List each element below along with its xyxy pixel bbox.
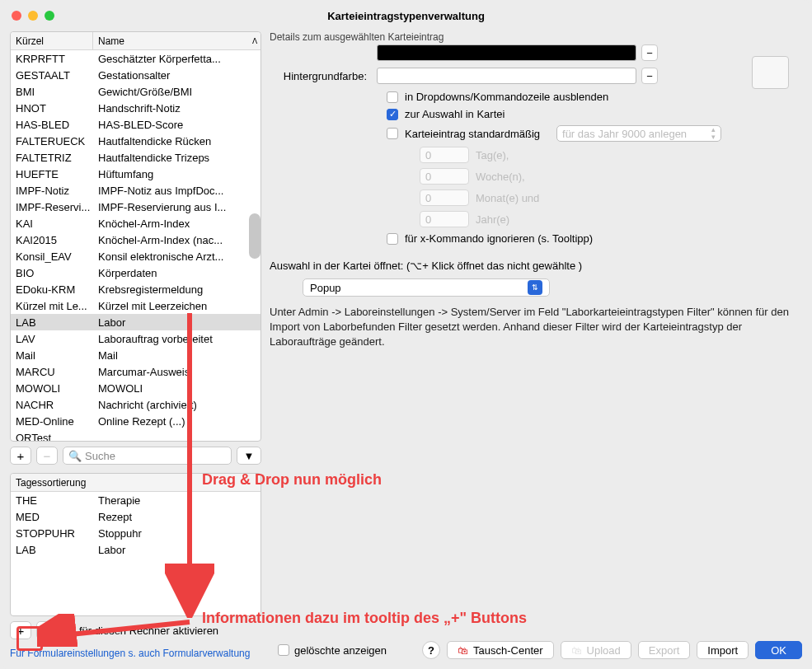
table-row[interactable]: FALTERUECKHautfaltendicke Rücken — [11, 133, 260, 149]
bgcolor-label: Hintergrundfarbe: — [270, 70, 377, 82]
text-color-input[interactable] — [377, 44, 636, 61]
table-row[interactable]: KAIKnöchel-Arm-Index — [11, 215, 260, 232]
open-behavior-select[interactable]: Popup ⇅ — [303, 278, 550, 297]
sort-add-button[interactable]: + — [10, 621, 31, 639]
select-kartei-checkbox[interactable] — [387, 109, 398, 120]
search-input[interactable]: 🔍 Suche — [63, 447, 232, 465]
list-options-button[interactable]: ▼ — [237, 447, 261, 465]
select-kartei-label: zur Auswahl in Kartei — [405, 108, 505, 120]
table-row[interactable]: LABLabor — [11, 314, 260, 330]
sort-remove-button[interactable]: − — [36, 621, 58, 639]
tag-input[interactable]: 0 — [420, 147, 469, 163]
updown-icon: ⇅ — [528, 280, 542, 295]
table-row[interactable]: FALTETRIZHautfaltendicke Trizeps — [11, 149, 260, 166]
table-row[interactable]: ORTest — [11, 429, 260, 441]
opens-label: Auswahl in der Kartei öffnet: (⌥+ Klick … — [270, 260, 802, 272]
sort-row[interactable]: STOPPUHRStoppuhr — [11, 525, 260, 541]
woche-input[interactable]: 0 — [420, 168, 469, 185]
year-select[interactable]: für das Jahr 9000 anlegen ▴▾ — [556, 125, 721, 142]
table-row[interactable]: Konsil_EAVKonsil elektronische Arzt... — [11, 248, 260, 264]
sort-row[interactable]: MEDRezept — [11, 508, 260, 525]
window: Karteieintragstypenverwaltung Kürzel Nam… — [0, 0, 812, 669]
sort-indicator-icon: ᐱ — [252, 37, 257, 45]
add-type-button[interactable]: + — [10, 447, 31, 465]
ignore-label: für x-Kommando ignorieren (s. Tooltipp) — [405, 232, 593, 245]
tausch-center-button[interactable]: 🛍 Tausch-Center — [447, 641, 554, 659]
jahr-label: Jahr(e) — [476, 213, 509, 226]
table-row[interactable]: HAS-BLEDHAS-BLED-Score — [11, 116, 260, 133]
table-row[interactable]: MailMail — [11, 347, 260, 363]
scrollbar-thumb[interactable] — [249, 213, 260, 259]
monat-label: Monat(e) und — [476, 192, 539, 204]
table-row[interactable]: IMPF-NotizIMPF-Notiz aus ImpfDoc... — [11, 182, 260, 199]
sort-row[interactable]: LABLabor — [11, 541, 260, 558]
col-kuerzel-header[interactable]: Kürzel — [11, 32, 93, 49]
search-icon: 🔍 — [68, 450, 82, 462]
standard-label: Karteieintrag standardmäßig — [405, 128, 540, 140]
activate-label: für diesen Rechner aktivieren — [79, 625, 218, 637]
woche-label: Woche(n), — [476, 171, 525, 183]
hide-checkbox[interactable] — [387, 91, 398, 103]
table-row[interactable]: Kürzel mit Le...Kürzel mit Leerzeichen — [11, 297, 260, 314]
background-color-input[interactable] — [377, 68, 636, 84]
hide-label: in Dropdowns/Kommandozeile ausblenden — [405, 91, 608, 103]
table-row[interactable]: BIOKörperdaten — [11, 264, 260, 281]
table-row[interactable]: BMIGewicht/Größe/BMI — [11, 83, 260, 100]
table-row[interactable]: GESTAALTGestationsalter — [11, 67, 260, 83]
table-row[interactable]: LAVLaborauftrag vorbereitet — [11, 330, 260, 347]
bag-icon: 🛍 — [458, 644, 468, 657]
help-button[interactable]: ? — [422, 641, 440, 659]
clear-textcolor-button[interactable]: − — [641, 44, 658, 61]
show-deleted-checkbox[interactable] — [278, 644, 289, 656]
table-row[interactable]: HNOTHandschrift-Notiz — [11, 100, 260, 116]
ignore-checkbox[interactable] — [387, 233, 398, 245]
clear-bgcolor-button[interactable]: − — [641, 68, 658, 84]
export-button[interactable]: Export — [638, 641, 691, 659]
table-row[interactable]: KRPRFTTGeschätzter Körperfetta... — [11, 50, 260, 67]
bag-icon: 🛍 — [571, 644, 582, 657]
table-row[interactable]: EDoku-KRMKrebsregistermeldung — [11, 281, 260, 297]
info-text: Unter Admin -> Laboreinstellungen -> Sys… — [270, 305, 802, 350]
color-swatch-box — [752, 56, 789, 89]
show-deleted-label: gelöschte anzeigen — [294, 644, 387, 657]
sort-list: Tagessortierung THETherapieMEDRezeptSTOP… — [10, 473, 261, 616]
activate-checkbox[interactable] — [63, 625, 74, 636]
standard-checkbox[interactable] — [387, 128, 398, 139]
remove-type-button[interactable]: − — [36, 447, 58, 465]
monat-input[interactable]: 0 — [420, 189, 469, 206]
col-name-header[interactable]: Name ᐱ — [93, 35, 260, 47]
ok-button[interactable]: OK — [755, 641, 802, 659]
upload-button[interactable]: 🛍 Upload — [561, 641, 631, 659]
table-row[interactable]: KAI2015Knöchel-Arm-Index (nac... — [11, 232, 260, 248]
updown-icon: ▴▾ — [711, 126, 716, 141]
table-row[interactable]: IMPF-Reservi...IMPF-Reservierung aus I..… — [11, 199, 260, 215]
jahr-input[interactable]: 0 — [420, 211, 469, 227]
titlebar: Karteieintragstypenverwaltung — [0, 0, 812, 31]
table-row[interactable]: MED-OnlineOnline Rezept (...) — [11, 413, 260, 429]
table-row[interactable]: MOWOLIMOWOLI — [11, 380, 260, 396]
tag-label: Tag(e), — [476, 149, 509, 161]
import-button[interactable]: Import — [697, 641, 749, 659]
sort-row[interactable]: THETherapie — [11, 492, 260, 508]
table-row[interactable]: NACHRNachricht (archiviert) — [11, 396, 260, 413]
table-row[interactable]: HUEFTEHüftumfang — [11, 166, 260, 182]
window-title: Karteieintragstypenverwaltung — [0, 10, 812, 22]
table-row[interactable]: MARCUMarcumar-Ausweis — [11, 363, 260, 380]
type-list: Kürzel Name ᐱ KRPRFTTGeschätzter Körperf… — [10, 31, 261, 442]
sort-header[interactable]: Tagessortierung — [11, 474, 260, 491]
